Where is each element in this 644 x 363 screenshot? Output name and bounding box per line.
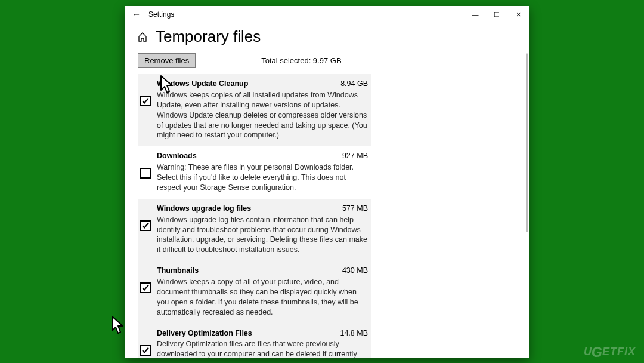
maximize-button[interactable]: ☐ [486,6,507,23]
content-area: Remove files Total selected: 9.97 GB Win… [125,50,529,358]
minimize-button[interactable]: — [465,6,486,23]
item-size: 14.8 MB [340,328,368,339]
cursor-icon [110,315,126,336]
file-category-item[interactable]: Windows Update Cleanup8.94 GBWindows kee… [138,74,371,146]
page-header: Temporary files [125,23,529,50]
checkbox[interactable] [140,220,151,231]
item-size: 430 MB [342,266,368,276]
titlebar: ← Settings — ☐ ✕ [125,6,529,23]
scrollbar[interactable] [526,53,528,232]
item-title: Windows upgrade log files [157,204,251,214]
item-title: Downloads [157,151,197,161]
item-body: Windows upgrade log files577 MBWindows u… [157,204,368,255]
item-size: 577 MB [342,204,368,214]
total-selected-label: Total selected: 9.97 GB [261,56,341,65]
file-category-item[interactable]: Downloads927 MBWarning: These are files … [138,146,371,199]
item-header: Thumbnails430 MB [157,266,368,276]
home-icon[interactable] [137,31,148,43]
item-description: Windows keeps copies of all installed up… [157,90,368,140]
file-categories-list: Windows Update Cleanup8.94 GBWindows kee… [138,74,516,358]
item-header: Downloads927 MB [157,151,368,161]
item-header: Windows upgrade log files577 MB [157,204,368,214]
item-title: Windows Update Cleanup [157,79,248,89]
app-title: Settings [148,10,174,19]
window-controls: — ☐ ✕ [465,6,529,23]
settings-window: ← Settings — ☐ ✕ Temporary files Remove … [125,6,529,358]
file-category-item[interactable]: Windows upgrade log files577 MBWindows u… [138,199,371,261]
watermark: UGETFIX [584,346,636,358]
checkbox[interactable] [140,168,151,179]
checkbox[interactable] [140,282,151,293]
back-button[interactable]: ← [129,10,144,19]
item-header: Windows Update Cleanup8.94 GB [157,79,368,89]
item-description: Warning: These are files in your persona… [157,162,368,193]
item-title: Thumbnails [157,266,199,276]
file-category-item[interactable]: Thumbnails430 MBWindows keeps a copy of … [138,261,371,323]
checkbox[interactable] [140,345,151,356]
item-header: Delivery Optimization Files14.8 MB [157,328,368,339]
checkbox[interactable] [140,96,151,106]
item-description: Windows upgrade log files contain inform… [157,215,368,256]
close-button[interactable]: ✕ [507,6,529,23]
actions-row: Remove files Total selected: 9.97 GB [138,53,516,68]
item-body: Downloads927 MBWarning: These are files … [157,151,368,193]
item-body: Delivery Optimization Files14.8 MBDelive… [157,328,368,359]
item-description: Windows keeps a copy of all of your pict… [157,277,368,318]
file-category-item[interactable]: Delivery Optimization Files14.8 MBDelive… [138,324,371,359]
page-title: Temporary files [156,27,261,46]
item-size: 927 MB [342,151,368,161]
item-description: Delivery Optimization files are files th… [157,339,368,358]
remove-files-button[interactable]: Remove files [138,53,196,68]
item-size: 8.94 GB [340,79,368,89]
item-body: Thumbnails430 MBWindows keeps a copy of … [157,266,368,317]
item-body: Windows Update Cleanup8.94 GBWindows kee… [157,79,368,140]
item-title: Delivery Optimization Files [157,328,252,339]
